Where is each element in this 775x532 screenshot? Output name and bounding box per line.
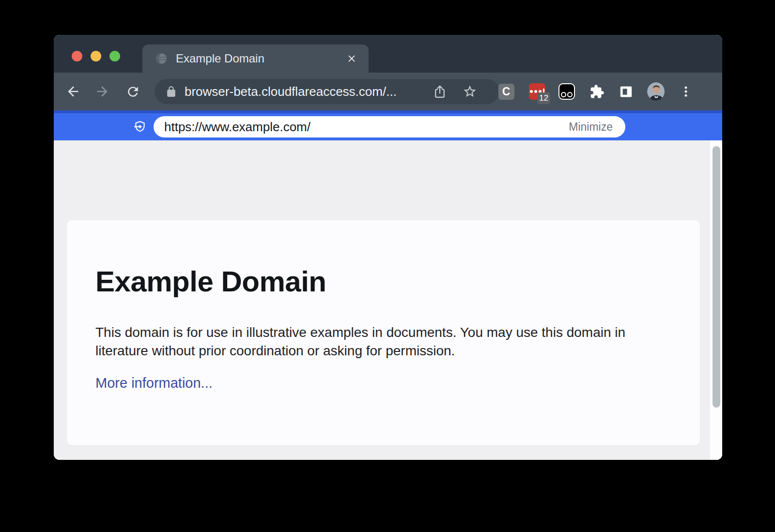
kebab-menu-icon <box>679 84 693 99</box>
extensions-menu-button[interactable] <box>588 83 605 100</box>
more-information-link[interactable]: More information... <box>95 375 213 391</box>
traffic-lights <box>72 51 120 61</box>
reload-button[interactable] <box>123 82 142 101</box>
reload-icon <box>125 84 140 99</box>
browser-window: Example Domain <box>54 35 722 460</box>
zoom-window-button[interactable] <box>109 51 120 61</box>
address-bar[interactable]: browser-beta.cloudflareaccess.com/... <box>155 79 499 104</box>
browser-menu-button[interactable] <box>677 83 695 100</box>
camera-extension-button[interactable] <box>558 83 575 100</box>
avatar <box>647 82 665 101</box>
share-icon[interactable] <box>433 84 447 99</box>
isolation-url-bar: Minimize <box>154 116 625 137</box>
page-title: Example Domain <box>95 265 671 298</box>
tab-title: Example Domain <box>176 52 344 65</box>
password-extension-button[interactable]: 12 <box>528 83 546 100</box>
scrollbar-thumb[interactable] <box>713 146 720 408</box>
close-window-button[interactable] <box>72 51 82 61</box>
page-viewport: Example Domain This domain is for use in… <box>54 140 722 460</box>
shield-arrow-icon <box>133 120 147 134</box>
lock-icon <box>165 86 177 98</box>
tab-close-icon[interactable] <box>344 51 359 66</box>
star-bookmark-icon[interactable] <box>463 84 477 99</box>
extension-badge: 12 <box>537 92 550 104</box>
side-panel-icon <box>618 84 634 100</box>
minimize-bar-button[interactable]: Minimize <box>564 121 625 134</box>
scrollbar-track <box>710 140 722 460</box>
camera-extension-icon <box>558 83 575 100</box>
page-paragraph: This domain is for use in illustrative e… <box>95 323 652 360</box>
c-extension-icon: C <box>498 84 514 100</box>
desktop-background: Example Domain <box>0 0 775 532</box>
puzzle-icon <box>589 84 604 99</box>
back-icon <box>65 84 81 99</box>
tab-strip: Example Domain <box>54 35 722 73</box>
content-card: Example Domain This domain is for use in… <box>67 220 700 445</box>
browser-toolbar: browser-beta.cloudflareaccess.com/... C <box>54 73 722 110</box>
side-panel-button[interactable] <box>617 83 635 100</box>
forward-button[interactable] <box>93 82 112 101</box>
browser-tab[interactable]: Example Domain <box>142 45 369 73</box>
back-button[interactable] <box>63 82 83 101</box>
extension-c-button[interactable]: C <box>497 83 515 100</box>
isolation-bar: Minimize <box>54 110 722 140</box>
password-extension-icon: 12 <box>529 83 545 100</box>
profile-avatar[interactable] <box>647 83 665 100</box>
minimize-window-button[interactable] <box>91 51 101 61</box>
globe-favicon-icon <box>155 52 168 65</box>
forward-icon <box>94 84 110 99</box>
isolation-url-input[interactable] <box>154 120 564 135</box>
